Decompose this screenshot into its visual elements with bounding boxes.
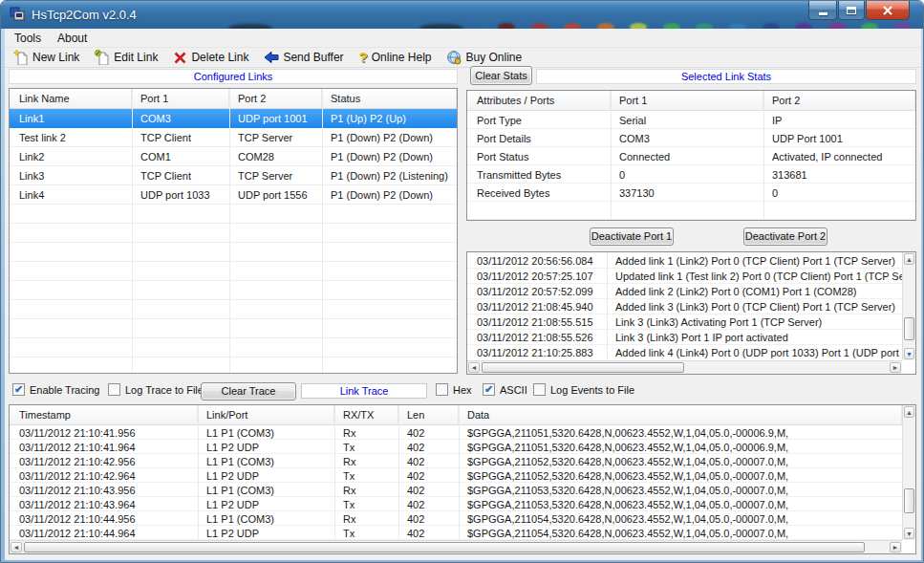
link-trace-header: Link Trace — [301, 383, 427, 399]
table-cell: Connected — [611, 151, 763, 162]
column-header[interactable]: Port 1 — [611, 91, 763, 110]
maximize-button[interactable] — [838, 1, 865, 20]
event-log-hscrollbar[interactable]: ◄ ► — [467, 360, 902, 374]
table-cell: 03/11/2012 21:10:41.964 — [10, 442, 198, 453]
table-cell: 402 — [398, 513, 459, 525]
table-row[interactable]: Port StatusConnectedActivated, IP connec… — [467, 147, 915, 165]
scroll-left-icon[interactable]: ◄ — [468, 362, 480, 373]
online-help-button[interactable]: ? Online Help — [354, 48, 439, 67]
column-header[interactable]: Link Name — [10, 89, 132, 108]
enable-tracing-option: ✔ Enable Tracing — [12, 383, 99, 396]
table-row[interactable]: Port DetailsCOM3UDP Port 1001 — [467, 129, 915, 147]
hex-checkbox[interactable] — [436, 383, 448, 396]
event-log-vscrollbar[interactable]: ▲ ▼ — [902, 252, 915, 360]
event-log-vscroll-thumb[interactable] — [904, 317, 914, 340]
trace-vscroll-thumb[interactable] — [904, 488, 914, 513]
table-row[interactable]: 03/11/2012 21:10:41.956L1 P1 (COM3)Rx402… — [10, 425, 902, 440]
event-log-hscroll-thumb[interactable] — [482, 362, 684, 373]
table-cell: P1 (Up) P2 (Up) — [322, 113, 457, 124]
configured-links-rows: Link1COM3UDP port 1001P1 (Up) P2 (Up)Tes… — [10, 109, 457, 373]
column-header[interactable]: Data — [459, 405, 902, 424]
table-row[interactable]: 03/11/2012 21:10:43.964L1 P2 UDPTx402$GP… — [10, 497, 902, 511]
table-row[interactable]: 03/11/2012 21:10:25.883Added link 4 (Lin… — [467, 345, 902, 360]
trace-columns: TimestampLink/PortRX/TXLenData — [10, 405, 902, 425]
menu-tools[interactable]: Tools — [8, 31, 48, 46]
scroll-right-icon[interactable]: ► — [890, 542, 901, 552]
link-stats-columns: Attributes / PortsPort 1Port 2 — [467, 91, 915, 111]
trace-hscroll-thumb[interactable] — [24, 542, 865, 552]
table-row[interactable]: 03/11/2012 21:08:45.940Added link 3 (Lin… — [467, 299, 902, 314]
table-row[interactable]: Link3TCP ClientTCP ServerP1 (Down) P2 (L… — [10, 166, 457, 185]
selected-link-stats-header: Selected Link Stats — [536, 69, 916, 84]
clear-stats-button[interactable]: Clear Stats — [470, 66, 532, 85]
table-row[interactable]: 03/11/2012 21:08:55.515Link 3 (Link3) Ac… — [467, 314, 902, 330]
scroll-up-icon[interactable]: ▲ — [904, 406, 914, 418]
table-row[interactable]: Link1COM3UDP port 1001P1 (Up) P2 (Up) — [10, 109, 457, 128]
column-header[interactable]: Status — [322, 89, 457, 108]
menu-about[interactable]: About — [51, 31, 94, 46]
table-row[interactable]: 03/11/2012 20:57:52.099Added link 2 (Lin… — [467, 284, 902, 299]
column-header[interactable]: Len — [398, 405, 459, 424]
ascii-checkbox[interactable]: ✔ — [483, 383, 495, 396]
deactivate-port2-button[interactable]: Deactivate Port 2 — [743, 227, 827, 246]
minimize-button[interactable] — [808, 1, 837, 20]
table-cell: 402 — [398, 528, 459, 539]
table-cell: L1 P2 UDP — [198, 528, 334, 539]
table-cell: Test link 2 — [10, 132, 132, 143]
table-row[interactable]: 03/11/2012 21:10:41.964L1 P2 UDPTx402$GP… — [10, 440, 902, 454]
column-header[interactable]: Port 2 — [229, 89, 322, 108]
table-cell: 313681 — [763, 169, 915, 181]
menubar: Tools About — [5, 30, 921, 47]
table-cell: Link2 — [10, 151, 132, 162]
column-header[interactable]: Timestamp — [10, 405, 198, 424]
table-cell: COM3 — [132, 113, 229, 124]
scroll-up-icon[interactable]: ▲ — [904, 253, 914, 265]
buy-online-button[interactable]: Buy Online — [441, 48, 528, 67]
table-cell: 03/11/2012 21:10:43.964 — [10, 499, 198, 510]
table-cell: 03/11/2012 21:10:41.956 — [10, 427, 198, 439]
table-cell: L1 P1 (COM3) — [198, 513, 334, 525]
table-cell: Port Type — [467, 115, 611, 126]
titlebar[interactable]: HsTcp2Com v2.0.4 — [1, 1, 923, 29]
table-row[interactable]: Transmitted Bytes0313681 — [467, 165, 915, 184]
table-row[interactable]: 03/11/2012 21:10:43.956L1 P1 (COM3)Rx402… — [10, 483, 902, 497]
clear-trace-button[interactable]: Clear Trace — [201, 382, 296, 401]
table-row[interactable]: 03/11/2012 21:08:55.526Link 3 (Link3) Po… — [467, 330, 902, 345]
table-row[interactable]: 03/11/2012 21:10:44.964L1 P2 UDPTx402$GP… — [10, 526, 902, 540]
enable-tracing-checkbox[interactable]: ✔ — [12, 383, 25, 396]
table-cell: $GPGGA,211052,5320.6428,N,00623.4552,W,1… — [459, 456, 902, 467]
column-header[interactable]: Attributes / Ports — [467, 91, 611, 110]
column-header[interactable]: Link/Port — [198, 405, 334, 424]
table-row[interactable]: 03/11/2012 21:10:44.956L1 P1 (COM3)Rx402… — [10, 511, 902, 526]
edit-link-button[interactable]: Edit Link — [89, 48, 164, 67]
table-row[interactable]: 03/11/2012 21:10:42.964L1 P2 UDPTx402$GP… — [10, 468, 902, 483]
table-row[interactable]: Link2COM1COM28P1 (Down) P2 (Down) — [10, 147, 457, 166]
column-header[interactable]: RX/TX — [334, 405, 398, 424]
column-header[interactable]: Port 1 — [132, 89, 229, 108]
scroll-down-icon[interactable]: ▼ — [904, 528, 914, 539]
send-buffer-button[interactable]: Send Buffer — [258, 49, 350, 66]
table-row[interactable]: Received Bytes3371300 — [467, 184, 915, 202]
log-events-label: Log Events to File — [550, 384, 634, 396]
table-cell: 03/11/2012 21:10:25.883 — [467, 347, 607, 358]
table-cell: UDP port 1033 — [132, 189, 229, 201]
log-events-checkbox[interactable] — [533, 383, 546, 396]
column-header[interactable]: Port 2 — [763, 91, 915, 110]
table-row[interactable]: Port TypeSerialIP — [467, 111, 915, 129]
new-link-button[interactable]: New Link — [8, 48, 86, 67]
log-trace-checkbox[interactable] — [108, 383, 120, 396]
scroll-left-icon[interactable]: ◄ — [11, 542, 22, 552]
trace-hscrollbar[interactable]: ◄ ► — [10, 540, 902, 553]
trace-vscrollbar[interactable]: ▲ ▼ — [902, 405, 915, 540]
close-button[interactable] — [866, 1, 910, 20]
table-row[interactable]: 03/11/2012 20:56:56.084Added link 1 (Lin… — [467, 253, 902, 269]
table-row[interactable]: 03/11/2012 21:10:42.956L1 P1 (COM3)Rx402… — [10, 454, 902, 468]
table-row[interactable]: 03/11/2012 20:57:25.107Updated link 1 (T… — [467, 269, 902, 284]
table-row[interactable]: Link4UDP port 1033UDP port 1556P1 (Down)… — [10, 185, 457, 205]
table-row[interactable]: Test link 2TCP ClientTCP ServerP1 (Down)… — [10, 128, 457, 147]
scroll-right-icon[interactable]: ► — [890, 362, 901, 373]
scroll-down-icon[interactable]: ▼ — [904, 348, 914, 359]
deactivate-port1-button[interactable]: Deactivate Port 1 — [590, 227, 674, 246]
table-cell: Updated link 1 (Test link 2) Port 0 (TCP… — [607, 271, 902, 282]
delete-link-button[interactable]: Delete Link — [167, 49, 255, 67]
